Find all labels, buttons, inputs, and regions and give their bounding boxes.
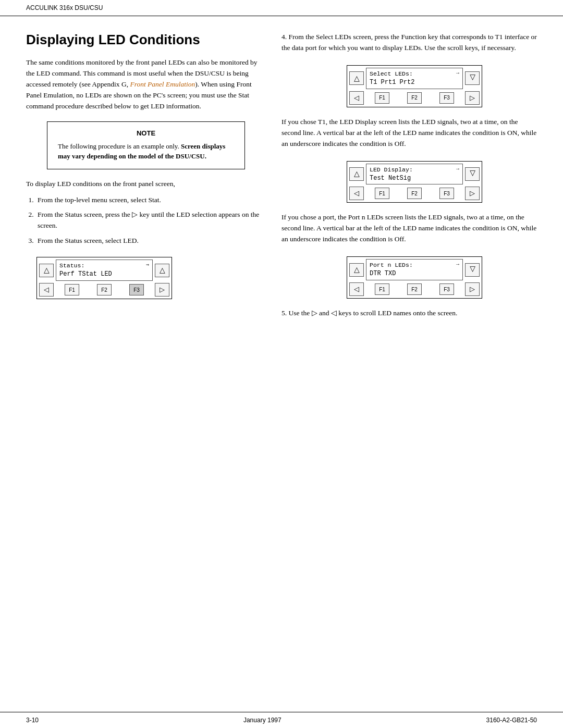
footer-left: 3-10	[26, 717, 39, 724]
down-arrow-btn-status[interactable]: △	[155, 264, 169, 277]
f2-btn-port[interactable]: F2	[407, 283, 422, 295]
port-leds-screen: Port n LEDs: → DTR TXD	[366, 259, 463, 280]
led-display-panel: △ LED Display: → Test NetSig △ ◁	[347, 161, 482, 203]
right-arrow-btn-port[interactable]: ▷	[465, 282, 480, 296]
steps-list-left: From the top-level menu screen, select S…	[35, 195, 266, 247]
port-leds-panel-wrapper: △ Port n LEDs: → DTR TXD △ ◁	[282, 251, 537, 308]
page: ACCULINK 316x DSU/CSU Displaying LED Con…	[0, 0, 563, 728]
note-title: NOTE	[58, 129, 234, 137]
down-arrow-btn-port[interactable]: △	[465, 263, 480, 277]
f2-btn-select[interactable]: F2	[407, 92, 422, 104]
right-arrow-btn-led[interactable]: ▷	[465, 187, 480, 200]
f2-btn-status[interactable]: F2	[97, 284, 112, 295]
status-panel-wrapper: △ Status: ⇒ Perf TStat LED △ ◁	[26, 252, 266, 309]
status-panel: △ Status: ⇒ Perf TStat LED △ ◁	[36, 257, 172, 299]
left-arrow-btn-select[interactable]: ◁	[349, 91, 364, 105]
f1-btn-select[interactable]: F1	[375, 92, 389, 104]
port-leds-line2: DTR TXD	[370, 269, 459, 278]
f2-btn-led[interactable]: F2	[407, 188, 422, 199]
f3-btn-led[interactable]: F3	[439, 188, 454, 199]
select-leds-panel: △ Select LEDs: → T1 Prt1 Prt2 △ ◁	[347, 65, 482, 107]
page-title: Displaying LED Conditions	[26, 32, 266, 48]
footer-center: January 1997	[243, 717, 282, 724]
f3-btn-select[interactable]: F3	[439, 92, 454, 104]
up-arrow-btn-port[interactable]: △	[349, 263, 364, 277]
select-leds-panel-wrapper: △ Select LEDs: → T1 Prt1 Prt2 △ ◁	[282, 60, 537, 117]
left-arrow-btn-status[interactable]: ◁	[39, 283, 54, 297]
para-after-led: If you chose a port, the Port n LEDs scr…	[282, 212, 537, 245]
led-display-line2: Test NetSig	[370, 174, 459, 183]
step-intro: To display LED conditions on the front p…	[26, 179, 266, 190]
header-left: ACCULINK 316x DSU/CSU	[26, 4, 103, 11]
step5-text: 5. Use the ▷ and ◁ keys to scroll LED na…	[282, 308, 537, 319]
select-leds-line2: T1 Prt1 Prt2	[370, 78, 459, 87]
right-arrow-btn-status[interactable]: ▷	[155, 283, 169, 297]
led-display-screen: LED Display: → Test NetSig	[366, 164, 463, 185]
down-arrow-btn-led[interactable]: △	[465, 167, 480, 181]
led-display-panel-wrapper: △ LED Display: → Test NetSig △ ◁	[282, 156, 537, 213]
page-header: ACCULINK 316x DSU/CSU	[0, 0, 563, 16]
down-arrow-btn-select[interactable]: △	[465, 71, 480, 85]
right-arrow-btn-select[interactable]: ▷	[465, 91, 480, 105]
left-arrow-btn-led[interactable]: ◁	[349, 187, 364, 200]
para-after-select: If you chose T1, the LED Display screen …	[282, 117, 537, 150]
f1-btn-led[interactable]: F1	[375, 188, 389, 199]
intro-paragraph: The same conditions monitored by the fro…	[26, 57, 266, 112]
step4-text: 4. From the Select LEDs screen, press th…	[282, 32, 537, 54]
status-screen: Status: ⇒ Perf TStat LED	[56, 260, 153, 281]
note-box: NOTE The following procedure is an examp…	[47, 121, 245, 169]
main-content: Displaying LED Conditions The same condi…	[0, 16, 563, 712]
left-column: Displaying LED Conditions The same condi…	[26, 32, 266, 701]
note-content: The following procedure is an example on…	[58, 141, 234, 162]
footer-right: 3160-A2-GB21-50	[486, 717, 537, 724]
status-label-row: Status: ⇒	[59, 262, 149, 270]
page-footer: 3-10 January 1997 3160-A2-GB21-50	[0, 712, 563, 728]
front-panel-link[interactable]: Front Panel Emulation	[130, 80, 195, 88]
step-3: From the Status screen, select LED.	[35, 236, 266, 246]
step-1: From the top-level menu screen, select S…	[35, 195, 266, 206]
f3-btn-port[interactable]: F3	[439, 283, 454, 295]
up-arrow-btn-led[interactable]: △	[349, 167, 364, 181]
port-leds-panel: △ Port n LEDs: → DTR TXD △ ◁	[347, 256, 482, 299]
up-arrow-btn-select[interactable]: △	[349, 71, 364, 85]
status-line2: Perf TStat LED	[59, 270, 149, 279]
up-arrow-btn-status[interactable]: △	[39, 264, 54, 277]
left-arrow-btn-port[interactable]: ◁	[349, 282, 364, 296]
select-leds-screen: Select LEDs: → T1 Prt1 Prt2	[366, 68, 463, 89]
right-column: 4. From the Select LEDs screen, press th…	[282, 32, 537, 701]
step-2: From the Status screen, press the ▷ key …	[35, 209, 266, 231]
f1-btn-status[interactable]: F1	[65, 284, 79, 295]
f3-btn-status[interactable]: F3	[129, 284, 144, 295]
f1-btn-port[interactable]: F1	[375, 283, 389, 295]
